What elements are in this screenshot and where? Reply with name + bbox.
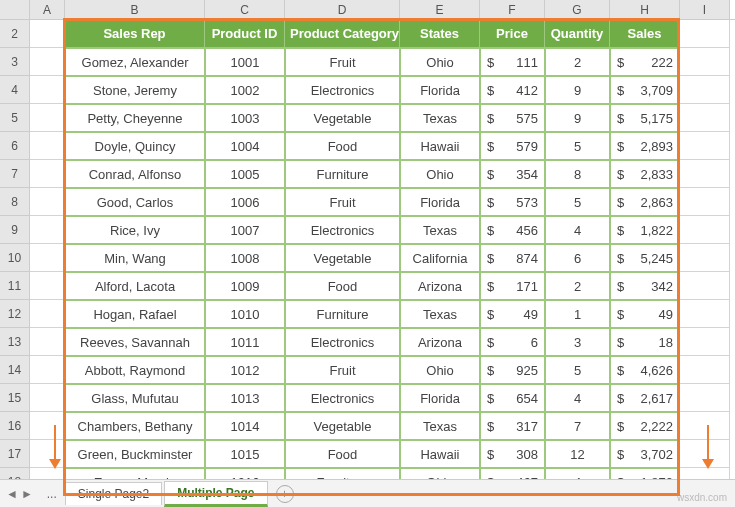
- cell-quantity[interactable]: 5: [545, 132, 610, 160]
- cell-sales-rep[interactable]: Rice, Ivy: [65, 216, 205, 244]
- cell-empty[interactable]: [680, 216, 730, 244]
- cell-sales[interactable]: $18: [610, 328, 680, 356]
- table-header-cell[interactable]: Product Category: [285, 20, 400, 48]
- cell-product-id[interactable]: 1010: [205, 300, 285, 328]
- cell-price[interactable]: $654: [480, 384, 545, 412]
- cell-quantity[interactable]: 4: [545, 216, 610, 244]
- cell-empty[interactable]: [680, 356, 730, 384]
- cell-state[interactable]: Ohio: [400, 160, 480, 188]
- cell-quantity[interactable]: 3: [545, 328, 610, 356]
- cell-category[interactable]: Electronics: [285, 76, 400, 104]
- col-header-B[interactable]: B: [65, 0, 205, 19]
- table-header-cell[interactable]: Price: [480, 20, 545, 48]
- cell-quantity[interactable]: 7: [545, 412, 610, 440]
- col-header-G[interactable]: G: [545, 0, 610, 19]
- cell-category[interactable]: Fruit: [285, 48, 400, 76]
- cell-quantity[interactable]: 2: [545, 48, 610, 76]
- cell-empty[interactable]: [30, 384, 65, 412]
- cell-state[interactable]: Arizona: [400, 272, 480, 300]
- cell-state[interactable]: Texas: [400, 412, 480, 440]
- cell-sales-rep[interactable]: Green, Buckminster: [65, 440, 205, 468]
- cell-empty[interactable]: [680, 76, 730, 104]
- cell-product-id[interactable]: 1007: [205, 216, 285, 244]
- cell-product-id[interactable]: 1006: [205, 188, 285, 216]
- add-sheet-button[interactable]: +: [276, 485, 294, 503]
- cell-sales[interactable]: $2,617: [610, 384, 680, 412]
- cell-product-id[interactable]: 1008: [205, 244, 285, 272]
- cell-empty[interactable]: [30, 76, 65, 104]
- cell-sales-rep[interactable]: Glass, Mufutau: [65, 384, 205, 412]
- cell-state[interactable]: Texas: [400, 216, 480, 244]
- row-header[interactable]: 6: [0, 132, 30, 160]
- cell-empty[interactable]: [30, 188, 65, 216]
- cell-product-id[interactable]: 1009: [205, 272, 285, 300]
- row-header[interactable]: 7: [0, 160, 30, 188]
- cell-price[interactable]: $412: [480, 76, 545, 104]
- cell-sales[interactable]: $3,702: [610, 440, 680, 468]
- cell-quantity[interactable]: 2: [545, 272, 610, 300]
- cell-product-id[interactable]: 1005: [205, 160, 285, 188]
- cell-quantity[interactable]: 9: [545, 76, 610, 104]
- cell-quantity[interactable]: 5: [545, 188, 610, 216]
- cell-category[interactable]: Fruit: [285, 188, 400, 216]
- cell-empty[interactable]: [30, 160, 65, 188]
- cell-category[interactable]: Food: [285, 132, 400, 160]
- cell-category[interactable]: Electronics: [285, 328, 400, 356]
- cell-quantity[interactable]: 9: [545, 104, 610, 132]
- cell-state[interactable]: Texas: [400, 300, 480, 328]
- cell-sales[interactable]: $49: [610, 300, 680, 328]
- cell-state[interactable]: Florida: [400, 384, 480, 412]
- row-header[interactable]: 9: [0, 216, 30, 244]
- cell-sales[interactable]: $2,222: [610, 412, 680, 440]
- table-header-cell[interactable]: Product ID: [205, 20, 285, 48]
- row-header[interactable]: 5: [0, 104, 30, 132]
- cell-price[interactable]: $308: [480, 440, 545, 468]
- col-header-I[interactable]: I: [680, 0, 730, 19]
- cell-sales-rep[interactable]: Petty, Cheyenne: [65, 104, 205, 132]
- cell-empty[interactable]: [30, 244, 65, 272]
- cell-quantity[interactable]: 8: [545, 160, 610, 188]
- cell-sales-rep[interactable]: Alford, Lacota: [65, 272, 205, 300]
- cell-sales-rep[interactable]: Conrad, Alfonso: [65, 160, 205, 188]
- cell-category[interactable]: Food: [285, 272, 400, 300]
- row-header[interactable]: 17: [0, 440, 30, 468]
- cell-price[interactable]: $317: [480, 412, 545, 440]
- nav-prev-icon[interactable]: ◄: [6, 487, 18, 501]
- cell-empty[interactable]: [30, 216, 65, 244]
- cell-state[interactable]: Ohio: [400, 356, 480, 384]
- cell-empty[interactable]: [680, 328, 730, 356]
- cell-sales-rep[interactable]: Stone, Jeremy: [65, 76, 205, 104]
- cell-product-id[interactable]: 1002: [205, 76, 285, 104]
- col-header-C[interactable]: C: [205, 0, 285, 19]
- row-header[interactable]: 12: [0, 300, 30, 328]
- cell-state[interactable]: Hawaii: [400, 132, 480, 160]
- cell-empty[interactable]: [30, 356, 65, 384]
- cell-sales-rep[interactable]: Reeves, Savannah: [65, 328, 205, 356]
- cell-empty[interactable]: [30, 328, 65, 356]
- cell-empty[interactable]: [30, 20, 65, 48]
- row-header[interactable]: 16: [0, 412, 30, 440]
- row-header[interactable]: 3: [0, 48, 30, 76]
- cell-price[interactable]: $573: [480, 188, 545, 216]
- cell-sales-rep[interactable]: Min, Wang: [65, 244, 205, 272]
- cell-sales[interactable]: $2,893: [610, 132, 680, 160]
- row-header[interactable]: 15: [0, 384, 30, 412]
- cell-sales[interactable]: $2,863: [610, 188, 680, 216]
- cell-price[interactable]: $111: [480, 48, 545, 76]
- cell-state[interactable]: Ohio: [400, 48, 480, 76]
- cell-category[interactable]: Vegetable: [285, 412, 400, 440]
- cell-product-id[interactable]: 1013: [205, 384, 285, 412]
- cell-sales-rep[interactable]: Abbott, Raymond: [65, 356, 205, 384]
- col-header-E[interactable]: E: [400, 0, 480, 19]
- cell-price[interactable]: $456: [480, 216, 545, 244]
- cell-category[interactable]: Electronics: [285, 384, 400, 412]
- cell-empty[interactable]: [30, 48, 65, 76]
- cell-category[interactable]: Food: [285, 440, 400, 468]
- cell-price[interactable]: $579: [480, 132, 545, 160]
- tab-more[interactable]: ...: [39, 483, 65, 505]
- tab-nav[interactable]: ◄ ►: [0, 487, 39, 501]
- cell-price[interactable]: $874: [480, 244, 545, 272]
- cell-empty[interactable]: [680, 132, 730, 160]
- cell-sales[interactable]: $222: [610, 48, 680, 76]
- cell-product-id[interactable]: 1014: [205, 412, 285, 440]
